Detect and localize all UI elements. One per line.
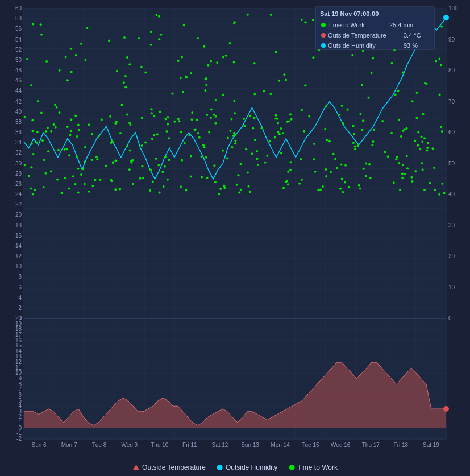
legend-humidity-label: Outside Humidity [226, 463, 277, 471]
legend-work-label: Time to Work [297, 463, 338, 471]
legend-humidity: Outside Humidity [217, 463, 277, 471]
legend-temp-label: Outside Temperature [142, 463, 206, 471]
humidity-icon [217, 465, 223, 470]
legend-work: Time to Work [289, 463, 338, 471]
chart-container: Outside Temperature Outside Humidity Tim… [0, 0, 470, 476]
legend-bottom: Outside Temperature Outside Humidity Tim… [132, 463, 338, 471]
work-icon [289, 465, 294, 470]
legend-temp: Outside Temperature [132, 463, 206, 471]
temp-icon [132, 465, 139, 470]
main-chart[interactable] [0, 0, 470, 476]
